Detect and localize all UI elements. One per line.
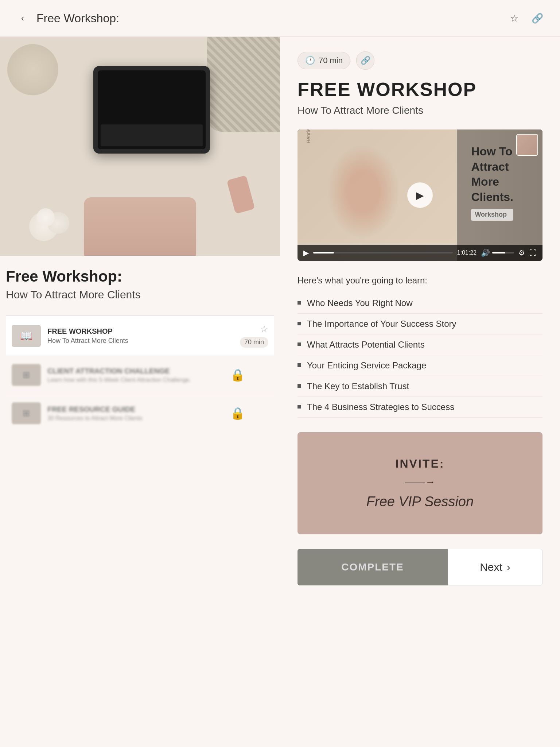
header-left: ‹ Free Workshop:: [15, 10, 119, 26]
main-content: Free Workshop: How To Attract More Clien…: [0, 37, 560, 600]
course-list: 📖 FREE WORKSHOP How To Attract More Clie…: [6, 307, 274, 432]
learn-item-text: Who Needs You Right Now: [307, 298, 413, 308]
course-thumbnail-locked-2: ⊞: [12, 402, 41, 424]
course-right: ☆ 70 min: [240, 324, 268, 348]
course-info: FREE WORKSHOP How To Attract More Client…: [47, 327, 233, 345]
list-item[interactable]: ⊞ CLIENT ATTRACTION CHALLENGE Learn how …: [6, 356, 274, 394]
learn-item-text: Your Enticing Service Package: [307, 360, 426, 371]
progress-fill: [313, 252, 334, 253]
workshop-title: FREE WORKSHOP: [298, 78, 542, 100]
lock-icon-2: 🔒: [230, 406, 245, 420]
share-button[interactable]: 🔗: [529, 10, 545, 26]
volume-icon[interactable]: 🔊: [481, 248, 490, 257]
next-button[interactable]: Next ›: [448, 549, 542, 585]
bullet-icon: [298, 384, 301, 388]
volume-fill: [492, 252, 505, 253]
left-title-section: Free Workshop: How To Attract More Clien…: [0, 256, 280, 432]
volume-area: 🔊: [481, 248, 514, 257]
book-icon: 📖: [20, 330, 33, 342]
header-icons: ☆ 🔗: [506, 10, 545, 26]
workshop-subtitle: How To Attract More Clients: [298, 105, 542, 116]
bullet-icon: [298, 405, 301, 409]
list-item: The Key to Establish Trust: [298, 376, 542, 397]
complete-button[interactable]: COMPLETE: [298, 549, 448, 585]
volume-bar[interactable]: [492, 252, 514, 253]
list-item[interactable]: 📖 FREE WORKSHOP How To Attract More Clie…: [6, 316, 274, 356]
fullscreen-icon[interactable]: ⛶: [529, 249, 537, 257]
time-display: 1:01:22: [457, 249, 477, 256]
list-item: Your Enticing Service Package: [298, 355, 542, 376]
header-title: Free Workshop:: [36, 12, 119, 25]
bullet-icon: [298, 342, 301, 346]
video-avatar: [516, 134, 538, 156]
learn-intro: Here's what you're going to learn:: [298, 275, 542, 286]
back-button[interactable]: ‹: [15, 10, 31, 26]
next-label: Next: [480, 561, 502, 573]
progress-bar[interactable]: [313, 252, 453, 253]
bookmark-button[interactable]: ☆: [506, 10, 522, 26]
learn-item-text: What Attracts Potential Clients: [307, 340, 425, 350]
bullet-icon: [298, 322, 301, 325]
invite-card[interactable]: INVITE: ——→ Free VIP Session: [298, 432, 542, 534]
duration-badge: 🕐 70 min: [298, 52, 350, 69]
course-subtitle: How To Attract More Clients: [47, 337, 233, 345]
video-play-button[interactable]: ▶: [407, 182, 433, 208]
course-thumbnail: 📖: [12, 325, 41, 347]
list-item[interactable]: ⊞ FREE RESOURCE GUIDE 30 Resources to At…: [6, 394, 274, 432]
course-name: FREE WORKSHOP: [47, 327, 233, 336]
link-button[interactable]: 🔗: [356, 51, 374, 70]
learn-item-text: The Key to Establish Trust: [307, 381, 409, 391]
clock-icon: 🕐: [305, 56, 315, 65]
learn-list: Who Needs You Right Now The Importance o…: [298, 293, 542, 418]
learn-item-text: The 4 Business Strategies to Success: [307, 402, 454, 412]
hero-image: [0, 37, 280, 256]
video-controls: ▶ 1:01:22 🔊 ⚙ ⛶: [298, 245, 542, 261]
section-title-block: Free Workshop: How To Attract More Clien…: [6, 256, 274, 307]
section-sub-title: How To Attract More Clients: [6, 289, 262, 301]
video-player[interactable]: Henrietta Daniel How To Attract More Cli…: [298, 129, 542, 261]
right-column: 🕐 70 min 🔗 FREE WORKSHOP How To Attract …: [280, 37, 560, 600]
settings-icon[interactable]: ⚙: [518, 248, 525, 257]
invite-arrow: ——→: [405, 476, 435, 488]
list-item: What Attracts Potential Clients: [298, 334, 542, 355]
video-text-overlay: How To Attract More Clients. Workshop: [471, 144, 513, 221]
list-item: The Importance of Your Success Story: [298, 314, 542, 334]
duration-row: 🕐 70 min 🔗: [298, 51, 542, 70]
chevron-right-icon: ›: [507, 561, 510, 573]
star-icon[interactable]: ☆: [260, 324, 268, 334]
duration-text: 70 min: [319, 56, 343, 65]
learn-item-text: The Importance of Your Success Story: [307, 319, 456, 329]
invite-label: INVITE:: [396, 457, 445, 471]
left-column: Free Workshop: How To Attract More Clien…: [0, 37, 280, 600]
bottom-actions: COMPLETE Next ›: [298, 549, 542, 585]
course-duration: 70 min: [240, 337, 268, 348]
bullet-icon: [298, 363, 301, 367]
list-item: The 4 Business Strategies to Success: [298, 397, 542, 418]
invite-title: Free VIP Session: [366, 494, 474, 510]
section-main-title: Free Workshop:: [6, 267, 262, 286]
header: ‹ Free Workshop: ☆ 🔗: [0, 0, 560, 37]
course-thumbnail-locked: ⊞: [12, 364, 41, 386]
list-item: Who Needs You Right Now: [298, 293, 542, 314]
play-icon[interactable]: ▶: [303, 248, 309, 257]
bullet-icon: [298, 301, 301, 305]
lock-icon: 🔒: [230, 368, 245, 382]
